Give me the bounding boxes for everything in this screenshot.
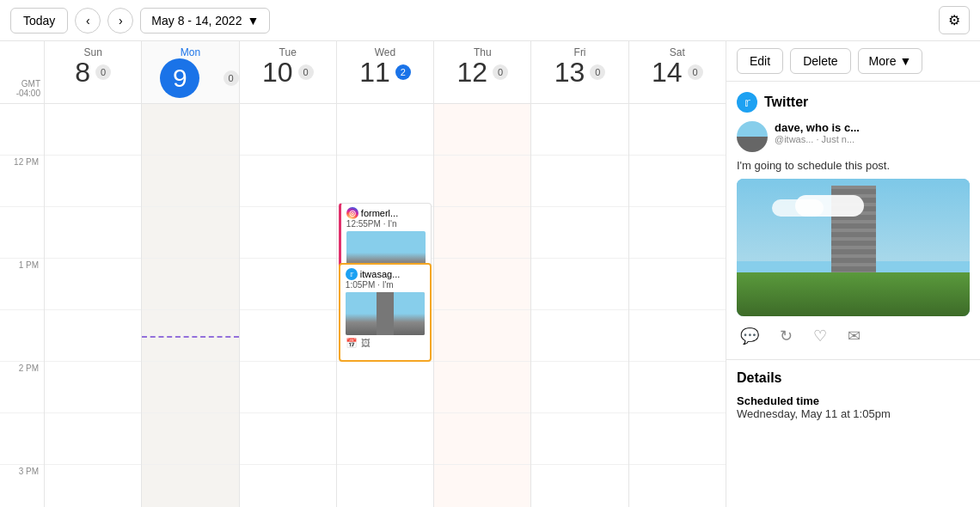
tweet-handle-time: @itwas... · Just n... [775,134,970,144]
details-section: Details Scheduled time Wednesday, May 11… [726,360,980,434]
day-col-fri[interactable] [531,104,628,507]
reply-button[interactable]: 💬 [737,323,763,349]
day-header-mon[interactable]: Mon 9 0 [142,41,239,103]
time-row [531,104,628,156]
image-icon: 🖼 [361,338,371,349]
time-row [142,362,238,413]
twitter-logo-icon: 𝕣 [737,92,757,113]
time-slot [0,104,44,156]
day-badge: 0 [493,64,508,80]
gmt-label: GMT -04:00 [0,41,45,103]
retweet-button[interactable]: ↻ [776,323,796,349]
time-row [434,310,530,362]
time-row [142,207,238,259]
time-slot [0,207,44,259]
time-row [531,413,628,465]
time-row [142,310,238,362]
calendar-icon: 📅 [346,338,358,349]
day-col-sun[interactable] [45,104,142,507]
time-row [45,465,141,507]
day-col-wed[interactable]: ◎ formerl... 12:55PM · I'n 📅 🖼 𝕣 itwasag… [337,104,434,507]
day-col-mon[interactable] [142,104,239,507]
settings-button[interactable]: ⚙ [939,6,970,34]
date-range-button[interactable]: May 8 - 14, 2022 ▼ [140,8,270,34]
event-thumbnail [346,292,425,335]
day-header-inner: 13 0 [531,58,628,86]
time-slot [0,413,44,465]
time-row [240,413,336,465]
day-number: 10 [262,58,293,86]
time-row [240,310,336,362]
day-name: Mon [142,46,238,58]
day-header-tue[interactable]: Tue 10 0 [240,41,337,103]
day-header-inner: 9 0 [142,58,238,98]
event-twitter[interactable]: 𝕣 itwasag... 1:05PM · I'm 📅 🖼 [339,263,432,362]
day-number: 9 [160,58,199,98]
day-header-thu[interactable]: Thu 12 0 [434,41,531,103]
like-button[interactable]: ♡ [810,323,830,349]
time-row [531,362,628,413]
date-range-label: May 8 - 14, 2022 [151,14,242,27]
edit-button[interactable]: Edit [737,48,783,74]
day-col-tue[interactable] [240,104,337,507]
avatar [737,121,768,152]
day-header-sat[interactable]: Sat 14 0 [629,41,726,103]
time-row [629,156,726,207]
day-name: Sun [45,46,141,58]
event-time: 12:55PM · I'n [346,219,426,229]
days-grid: ◎ formerl... 12:55PM · I'n 📅 🖼 𝕣 itwasag… [45,104,726,507]
time-row [240,156,336,207]
day-col-sat[interactable] [629,104,726,507]
day-header-inner: 10 0 [240,58,336,86]
more-button[interactable]: More ▼ [858,48,923,74]
time-slot: 3 PM [0,465,44,507]
event-time: 1:05PM · I'm [346,280,425,290]
twitter-section: 𝕣 Twitter dave, who is c... @itwas... · … [726,82,980,360]
time-row [337,413,433,465]
day-badge: 0 [95,64,111,80]
twitter-title: Twitter [764,95,808,110]
time-row [434,362,530,413]
time-slot: 2 PM [0,362,44,413]
delete-button[interactable]: Delete [790,48,850,74]
time-row [45,362,141,413]
day-header-inner: 11 2 [337,58,433,86]
day-header-inner: 14 0 [629,58,726,86]
today-button[interactable]: Today [10,8,68,34]
time-row [629,259,726,310]
tweet-actions: 💬 ↻ ♡ ✉ [737,323,970,349]
current-time-line [142,336,238,338]
time-row [531,207,628,259]
time-row [434,104,530,156]
day-header-inner: 8 0 [45,58,141,86]
time-row [629,104,726,156]
time-row [240,465,336,507]
scheduled-time-value: Wednesday, May 11 at 1:05pm [737,407,970,420]
calendar-body[interactable]: 12 PM1 PM2 PM3 PM ◎ formerl... 12:55PM ·… [0,104,726,507]
time-row [240,362,336,413]
event-username: itwasag... [360,269,400,279]
day-header-sun[interactable]: Sun 8 0 [45,41,142,103]
time-row [45,156,141,207]
day-header-fri[interactable]: Fri 13 0 [531,41,628,103]
day-header-wed[interactable]: Wed 11 2 [337,41,434,103]
next-button[interactable]: › [107,8,133,34]
day-col-thu[interactable] [434,104,531,507]
time-row [629,413,726,465]
time-row [531,156,628,207]
time-row [45,413,141,465]
day-number: 11 [359,58,390,86]
dm-button[interactable]: ✉ [844,323,864,349]
event-header: ◎ formerl... [346,207,426,219]
prev-button[interactable]: ‹ [75,8,101,34]
scheduled-time-row: Scheduled time Wednesday, May 11 at 1:05… [737,394,970,420]
tweet-username: dave, who is c... [775,121,970,134]
time-row [142,259,238,310]
chevron-down-icon: ▼ [900,54,912,68]
time-row [629,465,726,507]
day-badge: 0 [688,64,703,80]
time-row [142,104,238,156]
day-number: 12 [456,58,487,86]
gear-icon: ⚙ [948,13,960,27]
time-row [337,465,433,507]
